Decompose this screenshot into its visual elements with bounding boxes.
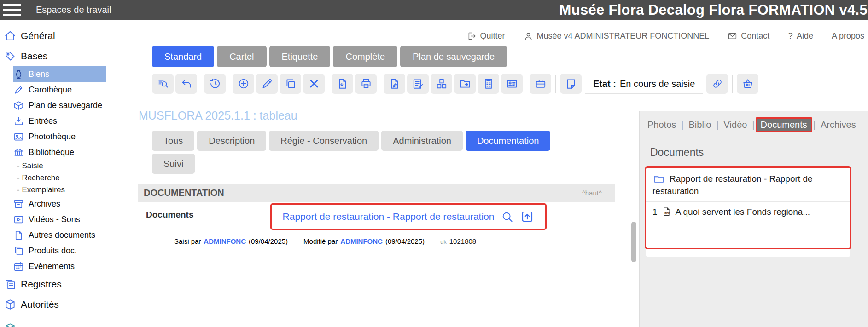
sidebar-item-exemplaires[interactable]: - Exemplaires — [17, 184, 106, 196]
sidebar-item-carotheque[interactable]: Carothèque — [13, 82, 106, 98]
document-file-item[interactable]: 1 A quoi servent les Fonds regiona... — [646, 201, 850, 222]
tab-divider: | — [715, 120, 719, 130]
tab-biblio[interactable]: Biblio — [684, 118, 715, 132]
tab-regie-conservation[interactable]: Régie - Conservation — [269, 131, 379, 151]
sidebar-item-entrees[interactable]: Entrées — [13, 113, 106, 129]
sidebar-item-plan-de-sauvegarde[interactable]: Plan de sauvegarde — [13, 98, 106, 113]
back-to-top-link[interactable]: ^haut^ — [582, 189, 609, 197]
created-by-link[interactable]: ADMINFONC — [204, 237, 246, 245]
duplicate-record-button[interactable] — [280, 74, 301, 94]
sidebar-item-bases[interactable]: Bases — [4, 46, 106, 66]
tab-video[interactable]: Vidéo — [720, 118, 751, 132]
tab-standard[interactable]: Standard — [152, 46, 214, 67]
toolbar-divider — [732, 75, 733, 93]
modified-by-link[interactable]: ADMINFONC — [340, 237, 383, 245]
print-button[interactable] — [355, 74, 377, 94]
help-button[interactable]: ? Aide — [788, 31, 813, 41]
tab-description[interactable]: Description — [197, 131, 266, 151]
upload-document-icon[interactable] — [520, 210, 534, 224]
note-button[interactable] — [560, 74, 582, 94]
sidebar-item-label: Plan de sauvegarde — [29, 101, 102, 110]
sidebar-item-saisie[interactable]: - Saisie — [17, 160, 106, 172]
id-card-icon — [506, 78, 518, 90]
sidebar-item-biens[interactable]: Biens — [13, 66, 106, 82]
state-value: En cours de saisie — [620, 79, 695, 89]
note-icon — [565, 78, 577, 90]
toolbar-divider — [555, 75, 556, 93]
document-calc-icon — [483, 78, 495, 90]
workspaces-label[interactable]: Espaces de travail — [36, 5, 111, 15]
sidebar-item-registres[interactable]: Registres — [4, 274, 106, 294]
panel-resize-handle[interactable] — [631, 222, 636, 262]
sidebar-item-bibliotheque[interactable]: Bibliothèque — [13, 144, 106, 160]
user-label: Musée v4 ADMINISTRATEUR FONCTIONNEL — [537, 31, 710, 41]
contact-button[interactable]: Contact — [728, 31, 769, 41]
sidebar-item-general[interactable]: Général — [4, 26, 106, 46]
sidebar-item-autorites[interactable]: Autorités — [4, 294, 106, 315]
sidebar-item-label: Biens — [29, 69, 49, 79]
sidebar-item-produits-doc[interactable]: Produits doc. — [13, 243, 106, 258]
tab-documentation[interactable]: Documentation — [466, 131, 551, 151]
brush-icon — [13, 85, 24, 95]
sidebar-item-label: Autorités — [21, 299, 59, 310]
current-user[interactable]: Musée v4 ADMINISTRATEUR FONCTIONNEL — [524, 31, 710, 41]
sidebar-item-evenements[interactable]: Evènements — [13, 258, 106, 274]
delete-record-button[interactable] — [303, 74, 325, 94]
media-panel: Photos | Biblio | Vidéo | Documents | Ar… — [639, 111, 868, 327]
modified-date: (09/04/2025) — [385, 237, 425, 245]
inventory-report-button[interactable] — [478, 74, 499, 94]
add-record-button[interactable] — [233, 74, 254, 94]
tab-cartel[interactable]: Cartel — [217, 46, 266, 67]
export-folder-button[interactable] — [454, 74, 476, 94]
search-record-icon — [157, 78, 169, 90]
tab-tous[interactable]: Tous — [152, 131, 194, 151]
quit-button[interactable]: Quitter — [467, 31, 505, 41]
undo-button[interactable] — [175, 74, 197, 94]
app-title: Musée Flora Decalog Flora FORMATION v4.5 — [559, 2, 868, 18]
view-tabs: Standard Cartel Etiquette Complète Plan … — [152, 46, 507, 67]
basket-button[interactable] — [737, 74, 758, 94]
created-label: Saisi par — [174, 237, 201, 245]
document-link[interactable]: Rapport de restauration - Rapport de res… — [283, 211, 495, 222]
edit-record-button[interactable] — [256, 74, 278, 94]
document-folder-item[interactable]: Rapport de restauration - Rapport de res… — [646, 168, 850, 201]
tab-administration[interactable]: Administration — [381, 131, 463, 151]
sidebar-item-recherche[interactable]: - Recherche — [17, 172, 106, 184]
sidebar-item-autres-documents[interactable]: Autres documents — [13, 227, 106, 243]
download-icon — [13, 116, 24, 126]
toolbox-button[interactable] — [530, 74, 551, 94]
export-document-button[interactable] — [332, 74, 353, 94]
search-record-button[interactable] — [152, 74, 174, 94]
tab-suivi[interactable]: Suivi — [152, 154, 195, 174]
label-card-button[interactable] — [501, 74, 523, 94]
form-edit-button[interactable] — [407, 74, 429, 94]
related-records-button[interactable] — [431, 74, 452, 94]
mail-icon — [728, 31, 737, 41]
link-button[interactable] — [706, 74, 728, 94]
sidebar-item-partial[interactable] — [4, 318, 106, 327]
about-button[interactable]: A propos — [832, 31, 864, 41]
sidebar-item-archives[interactable]: Archives — [13, 196, 106, 212]
tab-divider: | — [751, 120, 755, 130]
tab-documents[interactable]: Documents — [756, 117, 812, 132]
history-button[interactable] — [204, 74, 226, 94]
hamburger-menu-icon[interactable] — [3, 4, 21, 16]
user-icon — [524, 31, 533, 41]
delete-x-icon — [308, 78, 320, 90]
section-title: DOCUMENTATION — [144, 188, 224, 198]
tab-etiquette[interactable]: Etiquette — [269, 46, 331, 67]
pencil-icon — [261, 78, 273, 90]
tab-photos[interactable]: Photos — [643, 118, 680, 132]
archive-box-icon — [13, 199, 24, 209]
sidebar-item-phototheque[interactable]: Photothèque — [13, 129, 106, 144]
document-field-annotation: Rapport de restauration - Rapport de res… — [270, 203, 547, 230]
sidebar-item-videos-sons[interactable]: Vidéos - Sons — [13, 212, 106, 227]
contact-label: Contact — [741, 31, 769, 41]
state-label: Etat : — [593, 79, 616, 89]
document-edit-button[interactable] — [384, 74, 405, 94]
tab-complete[interactable]: Complète — [333, 46, 397, 67]
quit-label: Quitter — [480, 31, 505, 41]
tab-plan-de-sauvegarde[interactable]: Plan de sauvegarde — [400, 46, 507, 67]
view-document-icon[interactable] — [501, 211, 513, 223]
tab-archives[interactable]: Archives — [816, 118, 860, 132]
